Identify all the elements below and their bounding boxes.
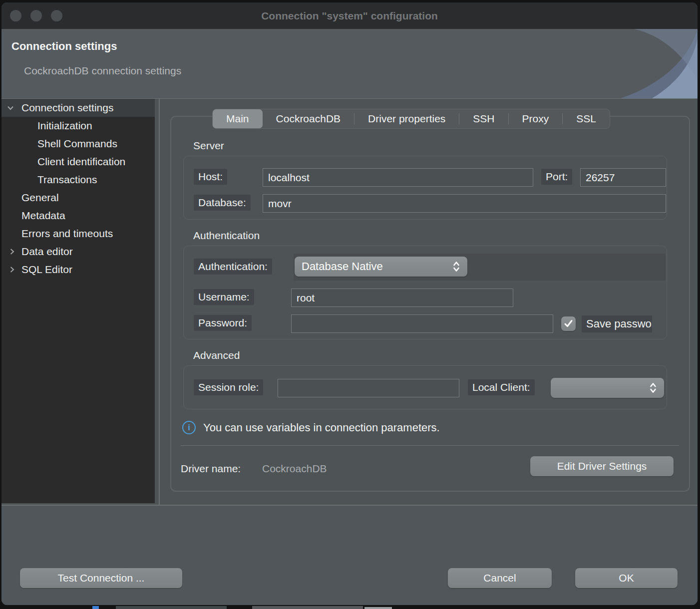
password-input[interactable] — [291, 314, 553, 333]
local-client-select[interactable] — [551, 378, 664, 398]
tree-item-label: Initialization — [1, 120, 92, 132]
dock-sliver — [364, 607, 392, 609]
window-title: Connection "system" configuration — [261, 10, 438, 22]
tree-item-metadata[interactable]: Metadata — [1, 207, 155, 225]
sidebar-divider — [159, 99, 160, 505]
database-input[interactable] — [263, 194, 666, 213]
tree-item-data-editor[interactable]: Data editor — [1, 243, 155, 261]
tree-item-client-identification[interactable]: Client identification — [1, 153, 155, 171]
tab-proxy[interactable]: Proxy — [509, 109, 563, 128]
authentication-group: Authentication: Database Native Username… — [183, 246, 667, 339]
tab-main[interactable]: Main — [213, 109, 263, 128]
tree-item-label: Connection settings — [1, 102, 113, 114]
minimize-window-icon[interactable] — [30, 10, 42, 21]
variables-info-text: You can use variables in connection para… — [203, 421, 440, 434]
password-label: Password: — [194, 315, 252, 331]
tab-ssh[interactable]: SSH — [459, 109, 508, 128]
connection-configuration-dialog: Connection "system" configuration Connec… — [1, 2, 698, 605]
tree-item-label: Shell Commands — [1, 138, 117, 150]
chevron-right-icon[interactable] — [8, 248, 16, 256]
header-swoosh-decoration — [545, 29, 698, 99]
session-role-input[interactable] — [278, 379, 459, 397]
username-input[interactable] — [291, 289, 513, 307]
server-group-title: Server — [193, 140, 224, 152]
chevron-down-icon[interactable] — [6, 104, 14, 112]
dock-sliver — [92, 606, 99, 609]
tab-cockroachdb[interactable]: CockroachDB — [263, 109, 354, 128]
popup-arrows-icon — [452, 260, 460, 273]
driver-name-label: Driver name: — [181, 463, 241, 475]
tree-item-label: Errors and timeouts — [1, 228, 113, 240]
panel-divider — [181, 445, 679, 446]
cancel-button[interactable]: Cancel — [448, 568, 552, 588]
page-title: Connection settings — [11, 40, 117, 53]
tab-ssl[interactable]: SSL — [563, 109, 610, 128]
save-password-checkbox[interactable] — [561, 316, 576, 331]
titlebar: Connection "system" configuration — [1, 2, 698, 29]
dialog-header: Connection settings CockroachDB connecti… — [1, 29, 698, 99]
tab-bar: Main CockroachDB Driver properties SSH P… — [212, 109, 610, 129]
tree-item-initialization[interactable]: Initialization — [1, 117, 155, 135]
tree-item-general[interactable]: General — [1, 189, 155, 207]
port-input[interactable] — [580, 168, 666, 187]
host-label: Host: — [194, 169, 227, 185]
tree-item-label: Metadata — [1, 210, 65, 222]
variables-info-row: i You can use variables in connection pa… — [182, 421, 440, 434]
tree-item-shell-commands[interactable]: Shell Commands — [1, 135, 155, 153]
authentication-label: Authentication: — [194, 259, 272, 275]
main-tab-panel: Server Host: Port: Database: Authenticat… — [170, 116, 690, 492]
tree-item-sql-editor[interactable]: SQL Editor — [1, 261, 155, 279]
zoom-window-icon[interactable] — [51, 10, 62, 21]
settings-tree: Connection settings Initialization Shell… — [1, 99, 155, 503]
server-group: Host: Port: Database: — [183, 156, 667, 220]
dock-sliver — [252, 606, 363, 609]
save-password-label-clip: Save password — [582, 314, 652, 333]
authentication-group-title: Authentication — [193, 230, 260, 242]
tree-item-connection-settings[interactable]: Connection settings — [1, 99, 155, 117]
save-password-label: Save password — [582, 315, 652, 332]
session-role-label: Session role: — [194, 379, 263, 395]
tree-item-transactions[interactable]: Transactions — [1, 171, 155, 189]
chevron-right-icon[interactable] — [8, 266, 16, 274]
tree-item-label: Client identification — [1, 156, 125, 168]
username-label: Username: — [194, 289, 254, 305]
authentication-select-value: Database Native — [302, 260, 383, 273]
authentication-select[interactable]: Database Native — [295, 257, 467, 277]
edit-driver-settings-button[interactable]: Edit Driver Settings — [530, 456, 674, 476]
tree-item-label: General — [1, 192, 59, 204]
close-window-icon[interactable] — [10, 10, 21, 21]
port-label: Port: — [541, 169, 572, 185]
info-icon: i — [182, 421, 196, 434]
traffic-lights — [10, 10, 62, 21]
tab-driver-properties[interactable]: Driver properties — [354, 109, 459, 128]
test-connection-button[interactable]: Test Connection ... — [20, 568, 182, 588]
footer: Test Connection ... Cancel OK — [1, 506, 698, 605]
advanced-group: Session role: Local Client: — [183, 365, 667, 409]
screen: Connection "system" configuration Connec… — [0, 0, 700, 609]
popup-arrows-icon — [649, 381, 657, 394]
database-label: Database: — [194, 195, 251, 211]
tree-item-label: Transactions — [1, 174, 97, 186]
tree-item-errors-and-timeouts[interactable]: Errors and timeouts — [1, 225, 155, 243]
page-subtitle: CockroachDB connection settings — [24, 65, 181, 77]
checkmark-icon — [564, 319, 573, 328]
ok-button[interactable]: OK — [575, 568, 678, 588]
driver-name-value: CockroachDB — [262, 463, 327, 475]
local-client-label: Local Client: — [468, 379, 535, 395]
host-input[interactable] — [263, 168, 533, 187]
advanced-group-title: Advanced — [193, 349, 240, 361]
dock-sliver — [116, 606, 227, 609]
